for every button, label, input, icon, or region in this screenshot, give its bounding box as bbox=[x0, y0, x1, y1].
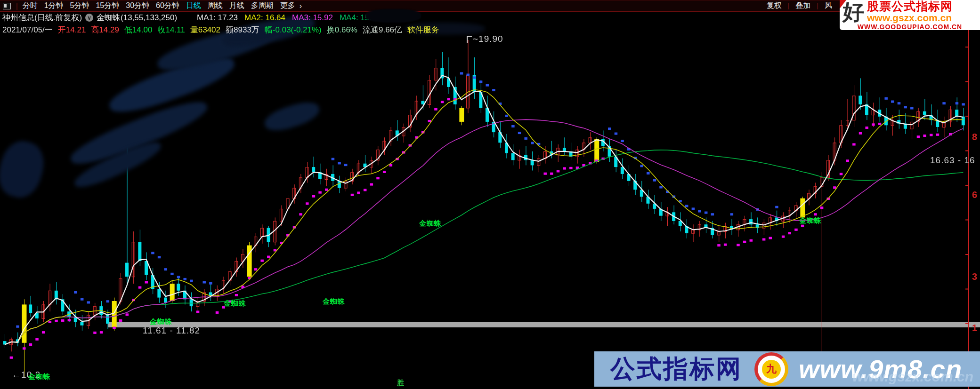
toolbar-button-1[interactable]: 复权 bbox=[762, 1, 786, 11]
toolbar-button-2[interactable]: 叠加 bbox=[791, 1, 815, 11]
quote-field-4: 收14.11 bbox=[157, 24, 185, 35]
toolbar-separator: | bbox=[786, 2, 791, 9]
quote-field-1: 开14.21 bbox=[58, 24, 86, 35]
watermark-ghost-url: www.gszx.com.cn bbox=[852, 369, 973, 385]
chevron-right-icon[interactable]: › bbox=[299, 2, 302, 10]
tab-9[interactable]: 月线 bbox=[226, 1, 248, 11]
quote-fields: 开14.21高14.29低14.00收14.11量63402额8933万幅-0.… bbox=[58, 24, 439, 35]
tab-2[interactable]: 1分钟 bbox=[41, 1, 67, 11]
ma-value-1: MA1: 17.23 bbox=[197, 13, 238, 23]
watermark-url-long: WWW.GOODGUPIAO.COM.CN bbox=[840, 24, 980, 30]
quote-line: 2021/07/05/一 开14.21高14.29低14.00收14.11量63… bbox=[2, 24, 439, 35]
candlestick-chart[interactable] bbox=[0, 0, 980, 389]
quote-date: 2021/07/05/一 bbox=[2, 24, 53, 35]
watermark-wedge bbox=[840, 0, 846, 12]
quote-field-9: 流通9.66亿 bbox=[363, 24, 402, 35]
toolbar-separator: | bbox=[15, 2, 19, 10]
toolbar-right-buttons: 复权|叠加|风 bbox=[762, 0, 837, 11]
9m8-logo-icon: 九 bbox=[754, 352, 788, 386]
tab-10[interactable]: 多周期 bbox=[248, 1, 277, 11]
watermark-9m8: 公式指标网 九 www.9m8.cn www.gszx.com.cn bbox=[594, 351, 980, 387]
app-window: ~19.9011.61 - 11.82←10.216.63 - 16金蜘蛛金蜘蛛… bbox=[0, 0, 980, 389]
timeframe-tabs: 分时1分钟5分钟15分钟30分钟60分钟日线周线月线多周期更多› bbox=[19, 1, 302, 11]
ma-values: MA1: 17.23MA2: 16.64MA3: 15.92MA4: 15.0 bbox=[197, 13, 376, 23]
quote-field-5: 量63402 bbox=[190, 24, 220, 35]
tab-1[interactable]: 分时 bbox=[19, 1, 41, 11]
ma-value-2: MA2: 16.64 bbox=[244, 13, 285, 23]
9m8-logo-char: 九 bbox=[762, 360, 781, 379]
watermark-site-name: 公式指标网 bbox=[610, 352, 742, 386]
quote-field-2: 高14.29 bbox=[91, 24, 119, 35]
toolbar-button-3[interactable]: 风 bbox=[820, 1, 837, 11]
tab-8[interactable]: 周线 bbox=[204, 1, 226, 11]
toolbar-separator: | bbox=[815, 2, 820, 9]
tab-7[interactable]: 日线 bbox=[183, 1, 204, 11]
quote-field-6: 额8933万 bbox=[226, 24, 259, 35]
quote-field-8: 换0.66% bbox=[327, 24, 357, 35]
tab-4[interactable]: 15分钟 bbox=[92, 1, 122, 11]
watermark-gszx: 好 股票公式指标网 www.gszx.com.cn WWW.GOODGUPIAO… bbox=[840, 0, 980, 30]
window-icon[interactable] bbox=[3, 3, 11, 9]
ma-value-3: MA3: 15.92 bbox=[292, 13, 333, 23]
indicator-info-line: 神州信息(日线.前复权) ∨ 金蜘蛛(13,55,133,250) MA1: 1… bbox=[2, 12, 376, 23]
toolbar: | 分时1分钟5分钟15分钟30分钟60分钟日线周线月线多周期更多› 复权|叠加… bbox=[0, 0, 980, 12]
smudge-shape bbox=[365, 9, 421, 23]
tab-3[interactable]: 5分钟 bbox=[67, 1, 93, 11]
tab-5[interactable]: 30分钟 bbox=[122, 1, 153, 11]
tab-11[interactable]: 更多 bbox=[277, 1, 299, 11]
quote-field-7: 幅-0.03(-0.21%) bbox=[265, 24, 322, 35]
watermark-site-name: 股票公式指标网 bbox=[867, 0, 980, 12]
indicator-title: 金蜘蛛(13,55,133,250) bbox=[97, 12, 177, 23]
tab-6[interactable]: 60分钟 bbox=[153, 1, 183, 11]
quote-field-3: 低14.00 bbox=[124, 24, 153, 35]
watermark-url: www.gszx.com.cn bbox=[867, 13, 980, 23]
chevron-down-icon[interactable]: ∨ bbox=[85, 14, 93, 22]
stock-title: 神州信息(日线.前复权) bbox=[2, 12, 82, 23]
quote-field-10: 软件服务 bbox=[407, 24, 439, 35]
